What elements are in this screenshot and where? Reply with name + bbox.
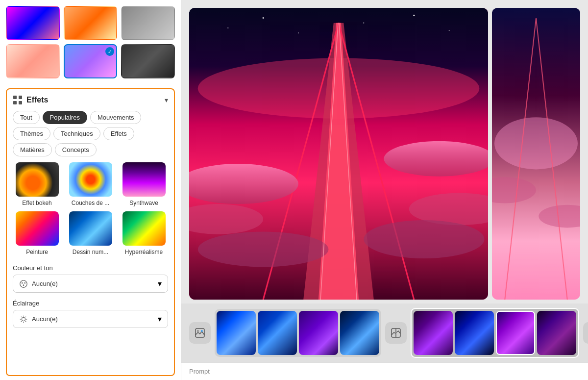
style-thumb-3[interactable] <box>121 6 175 40</box>
compare-icon <box>391 328 401 338</box>
eclairage-value: Aucun(e) <box>32 315 58 323</box>
strip-group-action2 <box>385 322 407 344</box>
effect-grid: Effet bokeh Couches de ... Synthwave Pei… <box>13 162 168 255</box>
compare-button[interactable] <box>387 324 405 342</box>
effets-title-row: Effets <box>13 95 48 105</box>
effect-label-dessin: Dessin num... <box>73 249 108 255</box>
eclairage-label: Éclairage <box>13 300 168 307</box>
style-thumb-1[interactable] <box>6 6 60 40</box>
couleur-ton-inner: Aucun(e) <box>19 279 58 288</box>
strip-group-action3 <box>583 322 588 344</box>
filter-effets[interactable]: Effets <box>103 127 134 140</box>
svg-point-6 <box>24 282 25 283</box>
filter-buttons: Tout Populaires Mouvements Thèmes Techni… <box>13 111 168 156</box>
effect-label-peinture: Peinture <box>26 249 48 255</box>
add-image-button[interactable] <box>191 324 209 342</box>
strip-thumb-item-3[interactable] <box>299 311 338 355</box>
effect-label-bokeh: Effet bokeh <box>22 200 52 206</box>
sun-icon <box>19 315 28 324</box>
strip-group-add <box>189 322 211 344</box>
effect-item-hyperrealisme[interactable]: Hyperréalisme <box>120 211 168 255</box>
filter-techniques[interactable]: Techniques <box>53 127 100 140</box>
effect-item-synthwave[interactable]: Synthwave <box>120 162 168 206</box>
svg-line-13 <box>21 316 22 317</box>
effect-thumb-couches <box>69 162 112 197</box>
prompt-input[interactable] <box>216 368 580 375</box>
couleur-ton-value: Aucun(e) <box>32 280 58 287</box>
filter-themes[interactable]: Thèmes <box>13 127 50 140</box>
filter-tout[interactable]: Tout <box>13 111 40 124</box>
view-all-button[interactable] <box>585 324 588 342</box>
effets-section: Effets ▾ Tout Populaires Mouvements Thèm… <box>6 88 175 376</box>
svg-point-20 <box>298 32 299 33</box>
couleur-ton-label: Couleur et ton <box>13 264 168 272</box>
effect-item-bokeh[interactable]: Effet bokeh <box>13 162 61 206</box>
couleur-ton-chevron: ▾ <box>158 279 162 288</box>
selected-check: ✓ <box>105 47 114 56</box>
svg-point-4 <box>20 280 27 287</box>
secondary-scene-svg <box>492 8 580 300</box>
filter-matieres[interactable]: Matières <box>13 143 52 156</box>
svg-rect-0 <box>13 96 17 99</box>
palette-icon <box>19 279 28 288</box>
svg-point-18 <box>227 27 228 28</box>
style-thumb-5[interactable]: ✓ <box>64 44 118 78</box>
effect-label-hyperrealisme: Hyperréalisme <box>125 249 163 255</box>
svg-point-23 <box>449 30 450 31</box>
svg-rect-3 <box>19 101 22 104</box>
svg-point-5 <box>22 282 23 283</box>
couleur-ton-dropdown[interactable]: Aucun(e) ▾ <box>13 275 168 293</box>
svg-rect-2 <box>13 101 17 104</box>
filter-populaires[interactable]: Populaires <box>43 111 87 124</box>
effets-header: Effets ▾ <box>13 95 168 105</box>
eclairage-chevron: ▾ <box>158 314 162 324</box>
strip-group-1 <box>215 309 381 357</box>
strip-thumb-item-selected[interactable] <box>496 311 535 355</box>
secondary-image <box>492 8 580 300</box>
prompt-bar: Prompt <box>181 362 588 380</box>
svg-point-33 <box>198 232 329 267</box>
effect-item-couches[interactable]: Couches de ... <box>66 162 115 206</box>
svg-point-7 <box>23 284 24 286</box>
grid-icon <box>13 95 23 105</box>
strip-thumb-item-7[interactable] <box>537 311 576 355</box>
eclairage-section: Éclairage Aucun(e) <box>13 300 168 333</box>
svg-point-34 <box>364 220 484 258</box>
style-thumb-4[interactable] <box>6 44 60 78</box>
filter-concepts[interactable]: Concepts <box>55 143 97 156</box>
svg-point-22 <box>413 15 415 16</box>
svg-point-8 <box>22 317 25 321</box>
prompt-label: Prompt <box>189 368 210 375</box>
style-thumb-6[interactable] <box>121 44 175 78</box>
filter-mouvements[interactable]: Mouvements <box>90 111 141 124</box>
svg-point-21 <box>363 23 364 24</box>
main-image-area <box>181 0 588 300</box>
couleur-ton-section: Couleur et ton Aucun(e) ▾ <box>13 264 168 298</box>
style-thumb-2[interactable] <box>64 6 118 40</box>
strip-thumb-item-5[interactable] <box>414 311 453 355</box>
strip-thumb-item-6[interactable] <box>455 311 494 355</box>
effect-label-synthwave: Synthwave <box>129 200 158 206</box>
effect-label-couches: Couches de ... <box>72 200 109 206</box>
strip-thumb-item-2[interactable] <box>258 311 297 355</box>
main-image <box>189 8 488 300</box>
effets-chevron[interactable]: ▾ <box>165 96 168 104</box>
train-scene-svg <box>189 8 488 300</box>
svg-line-16 <box>21 321 22 321</box>
eclairage-dropdown[interactable]: Aucun(e) ▾ <box>13 310 168 328</box>
bottom-strip <box>181 304 588 362</box>
strip-group-2 <box>411 308 579 358</box>
effect-thumb-hyperrealisme <box>122 211 166 246</box>
svg-line-15 <box>25 316 26 317</box>
right-content: Prompt <box>181 0 588 380</box>
style-thumbnails: ✓ <box>0 0 181 84</box>
effect-item-dessin[interactable]: Dessin num... <box>66 211 115 255</box>
effect-thumb-bokeh <box>16 162 59 197</box>
effect-thumb-dessin <box>69 211 112 246</box>
svg-point-38 <box>494 117 578 169</box>
svg-rect-1 <box>19 96 22 99</box>
svg-line-14 <box>25 321 26 321</box>
effect-item-peinture[interactable]: Peinture <box>13 211 61 255</box>
strip-thumb-item-1[interactable] <box>217 311 256 355</box>
strip-thumb-item-4[interactable] <box>340 311 379 355</box>
